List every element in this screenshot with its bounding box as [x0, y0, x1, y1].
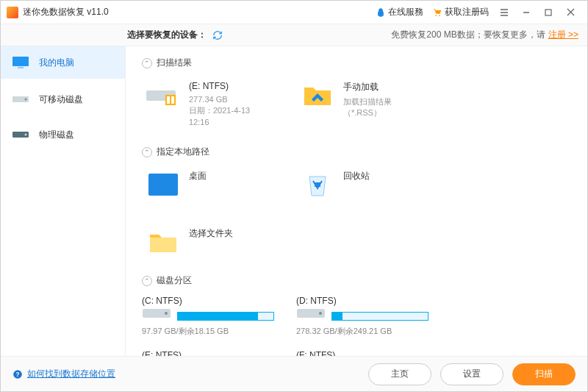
- section-header[interactable]: ⌃ 磁盘分区: [142, 274, 571, 287]
- drive-icon: [11, 93, 30, 106]
- svg-rect-14: [315, 182, 320, 187]
- collapse-icon: ⌃: [142, 147, 152, 157]
- partition-item[interactable]: (E: NTFS)277.34 GB/剩余267.03 GB: [142, 350, 274, 356]
- folder-arrow-icon: [299, 81, 336, 110]
- partition-label: (F: NTFS): [296, 350, 429, 356]
- partition-usage: 97.97 GB/剩余18.15 GB: [142, 326, 274, 337]
- minimize-icon: [522, 8, 531, 17]
- maximize-button[interactable]: [537, 1, 559, 24]
- hdd-icon: [296, 306, 326, 324]
- titlebar: 迷你免数据恢复 v11.0 在线服務 获取注册码: [1, 1, 587, 24]
- refresh-icon: [212, 30, 223, 40]
- svg-rect-12: [171, 96, 174, 104]
- scan-button[interactable]: 扫描: [512, 363, 576, 385]
- section-local-path: ⌃ 指定本地路径 桌面 回收站 选择文件夹: [142, 146, 571, 260]
- svg-point-8: [25, 134, 27, 136]
- svg-rect-2: [545, 10, 551, 15]
- refresh-button[interactable]: [212, 30, 223, 40]
- svg-point-0: [435, 15, 437, 16]
- footer: ? 如何找到数据存储位置 主页 设置 扫描: [1, 356, 587, 391]
- section-scan-result: ⌃ 扫描结果 (E: NTFS) 277.34 GB 日期：2021-4-13 …: [142, 57, 571, 131]
- manual-load-item[interactable]: 手动加载 加载扫描结果（*.RSS）: [296, 78, 429, 131]
- svg-point-6: [25, 99, 27, 101]
- close-button[interactable]: [559, 1, 581, 24]
- device-select-bar: 选择要恢复的设备： 免费恢复200 MB数据；要恢复更多，请注册 >>: [1, 24, 587, 46]
- svg-point-16: [165, 312, 168, 315]
- minimize-button[interactable]: [515, 1, 537, 24]
- section-partitions: ⌃ 磁盘分区 (C: NTFS)97.97 GB/剩余18.15 GB(D: N…: [142, 274, 571, 356]
- partition-label: (C: NTFS): [142, 296, 274, 306]
- sidebar-item-label: 我的电脑: [39, 57, 74, 69]
- scan-result-item[interactable]: (E: NTFS) 277.34 GB 日期：2021-4-13 12:16: [142, 78, 274, 131]
- online-service-link[interactable]: 在线服務: [371, 6, 428, 18]
- partition-item[interactable]: (F: NTFS)277.34 GB/剩余89.30 GB: [296, 350, 429, 356]
- section-header[interactable]: ⌃ 扫描结果: [142, 57, 571, 69]
- device-select-label: 选择要恢复的设备：: [127, 29, 207, 41]
- svg-rect-4: [18, 67, 24, 68]
- penguin-icon: [376, 7, 386, 18]
- location-choose-folder[interactable]: 选择文件夹: [142, 224, 274, 260]
- partition-usage: 278.32 GB/剩余249.21 GB: [296, 326, 429, 337]
- location-recycle-bin[interactable]: 回收站: [296, 167, 429, 202]
- register-link[interactable]: 注册 >>: [548, 29, 578, 40]
- app-logo-icon: [7, 7, 18, 18]
- folder-icon: [145, 227, 182, 257]
- hdd-icon: [142, 306, 171, 324]
- app-title: 迷你免数据恢复 v11.0: [23, 6, 109, 18]
- app-window: 迷你免数据恢复 v11.0 在线服務 获取注册码 选择要恢复的设备： 免费恢复2…: [0, 0, 588, 392]
- partition-item[interactable]: (C: NTFS)97.97 GB/剩余18.15 GB: [142, 296, 274, 337]
- usage-bar: [331, 312, 429, 321]
- help-link[interactable]: ? 如何找到数据存储位置: [12, 368, 115, 380]
- sidebar-item-removable[interactable]: 可移动磁盘: [1, 85, 125, 114]
- sidebar: 我的电脑 可移动磁盘 物理磁盘: [1, 46, 126, 356]
- svg-rect-11: [167, 96, 170, 104]
- settings-button[interactable]: 设置: [440, 363, 503, 385]
- maximize-icon: [545, 9, 552, 16]
- svg-point-18: [319, 312, 322, 315]
- close-icon: [567, 8, 575, 16]
- menu-button[interactable]: [493, 1, 515, 24]
- svg-point-1: [439, 15, 440, 16]
- collapse-icon: ⌃: [142, 58, 152, 68]
- hdd-icon: [11, 128, 30, 141]
- location-desktop[interactable]: 桌面: [142, 167, 274, 202]
- collapse-icon: ⌃: [142, 276, 152, 286]
- monitor-icon: [11, 56, 30, 69]
- hamburger-icon: [500, 8, 509, 17]
- svg-rect-3: [12, 57, 29, 66]
- section-header[interactable]: ⌃ 指定本地路径: [142, 146, 571, 158]
- sidebar-item-my-computer[interactable]: 我的电脑: [1, 46, 125, 79]
- sidebar-item-physical[interactable]: 物理磁盘: [1, 120, 125, 149]
- cart-icon: [432, 7, 442, 18]
- sidebar-item-label: 物理磁盘: [39, 129, 74, 141]
- main-panel: ⌃ 扫描结果 (E: NTFS) 277.34 GB 日期：2021-4-13 …: [126, 46, 587, 356]
- get-register-code-link[interactable]: 获取注册码: [428, 6, 493, 18]
- info-icon: ?: [12, 369, 23, 379]
- sidebar-item-label: 可移动磁盘: [39, 93, 83, 106]
- home-button[interactable]: 主页: [368, 363, 431, 385]
- drive-result-icon: [145, 81, 182, 110]
- partition-label: (E: NTFS): [142, 350, 274, 356]
- recycle-bin-icon: [299, 170, 336, 199]
- usage-bar: [177, 312, 274, 321]
- svg-text:?: ?: [16, 371, 20, 377]
- desktop-icon: [145, 170, 182, 199]
- promo-text: 免费恢复200 MB数据；要恢复更多，请注册 >>: [391, 29, 578, 41]
- svg-rect-13: [148, 174, 178, 196]
- partition-label: (D: NTFS): [296, 296, 429, 306]
- partition-item[interactable]: (D: NTFS)278.32 GB/剩余249.21 GB: [296, 296, 429, 337]
